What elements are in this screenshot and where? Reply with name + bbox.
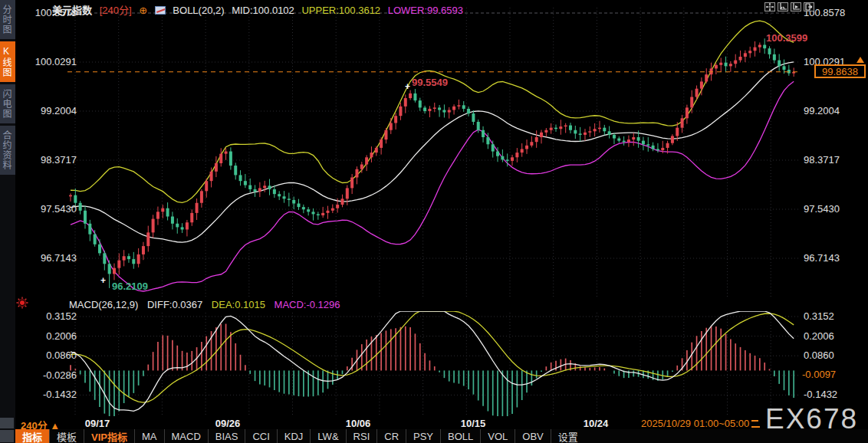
- current-price-badge: 99.8638: [814, 64, 866, 78]
- boll-upper-value: UPPER:100.3612: [301, 5, 380, 16]
- macd-panel: [71, 311, 794, 416]
- chart-header: 美元指数 [240分] ⊕ BOLL(20,2) MID:100.0102 UP…: [52, 2, 468, 15]
- date-tick: 09/17: [74, 418, 120, 429]
- circle-plus-icon[interactable]: ⊕: [139, 5, 147, 16]
- mini-chart-icon[interactable]: [155, 6, 166, 15]
- price-axis-right: 96.7143: [804, 252, 840, 264]
- boll-mid-value: MID:100.0102: [232, 5, 294, 16]
- axis-scale-left-icon[interactable]: [778, 2, 788, 11]
- macd-axis-right: -0.1432: [804, 389, 837, 400]
- toolbar-item-BIAS[interactable]: BIAS: [208, 429, 245, 443]
- toolbar-item-PSY[interactable]: PSY: [406, 429, 440, 443]
- left-tab-bar: 分时图K线图闪电图合约资料: [0, 0, 15, 443]
- sidebar-tab-2[interactable]: 闪电图: [0, 84, 15, 123]
- export-chart-icon[interactable]: [804, 2, 814, 11]
- macd-title: MACD(26,12,9): [69, 299, 138, 310]
- price-axis-right: 99.2004: [804, 105, 840, 116]
- toolbar-item-MA[interactable]: MA: [134, 429, 164, 443]
- macd-axis-right: 0.2006: [804, 330, 834, 342]
- price-axis-left: 96.7143: [21, 252, 77, 264]
- swing-high-cross-marker: +: [405, 81, 410, 92]
- live-dot-icon: [16, 297, 28, 312]
- swing-high-label: 99.5549: [412, 77, 448, 88]
- price-axis-left: 100.0291: [21, 56, 77, 67]
- chart-tool-icons: [764, 2, 814, 11]
- macd-axis-left: 0.0860: [21, 349, 77, 361]
- toolbar-item-MACD[interactable]: MACD: [164, 429, 208, 443]
- list-icon[interactable]: [751, 419, 760, 428]
- toolbar-item-BOLL[interactable]: BOLL: [440, 429, 480, 443]
- last-bar-timestamp: 2025/10/29 01:00~05:00: [639, 417, 762, 430]
- macd-axis-left: -0.0286: [21, 369, 77, 381]
- toolbar-item-CR[interactable]: CR: [376, 429, 406, 443]
- date-tick: 09/26: [205, 418, 251, 429]
- price-axis-right: 97.5430: [804, 203, 840, 215]
- macd-axis-left: 0.2006: [21, 330, 77, 342]
- period-low-cross-marker: +: [100, 275, 106, 286]
- macd-axis-left: 0.3152: [21, 310, 77, 322]
- time-axis: 240分 ▲ 2025/10/29 01:00~05:00 09/1709/26…: [0, 417, 868, 429]
- chart-app: 分时图K线图闪电图合约资料 美元指数 [240分] ⊕ BOLL(20,2) M…: [0, 0, 868, 443]
- axis-scale-right-icon[interactable]: [791, 2, 801, 11]
- toolbar-item-LW&[interactable]: LW&: [310, 429, 345, 443]
- date-tick: 10/24: [573, 418, 619, 429]
- sidebar-tab-1[interactable]: K线图: [0, 41, 15, 82]
- period-badge[interactable]: [240分]: [100, 5, 132, 16]
- boll-lower-value: LOWER:99.6593: [388, 5, 463, 16]
- macd-diff-value: DIFF:0.0367: [147, 299, 202, 310]
- kline-macd-chart[interactable]: [0, 0, 868, 443]
- date-tick: 10/06: [335, 418, 381, 429]
- macd-axis-left: -0.1432: [21, 389, 77, 400]
- price-axis-left: 97.5430: [21, 203, 77, 215]
- toolbar-item-指标[interactable]: 指标: [15, 429, 49, 443]
- indicator-toolbar: 指标模板VIP指标MAMACDBIASCCIKDJLW&RSICRPSYBOLL…: [15, 429, 868, 443]
- price-up-arrow-icon: [856, 57, 864, 63]
- period-low-label: 96.2109: [112, 281, 148, 292]
- toolbar-item-RSI[interactable]: RSI: [346, 429, 377, 443]
- toolbar-item-设置[interactable]: 设置: [551, 429, 585, 443]
- price-axis-right: 98.3717: [804, 154, 840, 166]
- symbol-title: 美元指数: [52, 5, 92, 16]
- macd-axis-right: 0.0860: [804, 349, 834, 361]
- crosshair-icon[interactable]: [764, 2, 775, 11]
- price-axis-left: 99.2004: [21, 105, 77, 116]
- toolbar-item-CCI[interactable]: CCI: [245, 429, 276, 443]
- toolbar-item-KDJ[interactable]: KDJ: [277, 429, 311, 443]
- current-macd-badge: -0.0097: [802, 369, 851, 381]
- sidebar-tab-3[interactable]: 合约资料: [0, 126, 15, 175]
- toolbar-item-VOL[interactable]: VOL: [480, 429, 515, 443]
- toolbar-item-VIP指标[interactable]: VIP指标: [84, 429, 134, 443]
- macd-value: MACD:-0.1296: [275, 299, 340, 310]
- bollinger-bands: [71, 21, 794, 291]
- macd-dea-value: DEA:0.1015: [212, 299, 265, 310]
- price-axis-left: 98.3717: [21, 154, 77, 166]
- period-high-label: 100.3599: [766, 32, 807, 44]
- macd-header: MACD(26,12,9) DIFF:0.0367 DEA:0.1015 MAC…: [69, 299, 347, 310]
- sidebar-corner-block: [0, 418, 14, 428]
- toolbar-item-OBV[interactable]: OBV: [515, 429, 550, 443]
- macd-axis-right: 0.3152: [804, 310, 834, 322]
- toolbar-item-模板[interactable]: 模板: [49, 429, 84, 443]
- watermark: EX678: [765, 403, 858, 435]
- boll-indicator-label: BOLL(20,2): [173, 5, 224, 16]
- date-tick: 10/15: [450, 418, 496, 429]
- sidebar-tab-0[interactable]: 分时图: [0, 0, 15, 39]
- sidebar-corner-block: [0, 430, 14, 442]
